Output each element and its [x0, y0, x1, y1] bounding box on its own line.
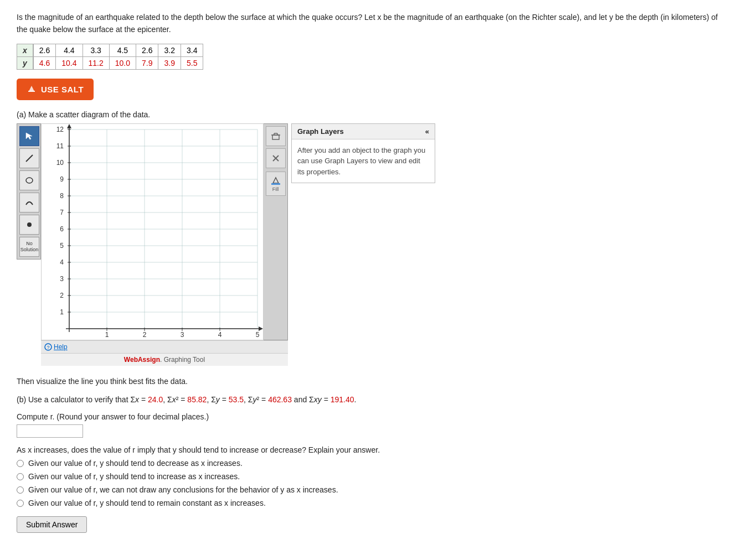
ellipse-tool[interactable] — [19, 170, 39, 190]
help-text: Help — [54, 343, 68, 351]
data-table: x 2.6 4.4 3.3 4.5 2.6 3.2 3.4 y 4.6 10.4… — [17, 44, 203, 70]
svg-text:4: 4 — [218, 331, 222, 339]
sigma-y2: 462.63 — [268, 395, 292, 404]
sigma-xy: 191.40 — [331, 395, 354, 404]
salt-icon — [27, 84, 37, 95]
x-label: x — [17, 44, 33, 56]
x-val-7: 3.4 — [181, 44, 203, 56]
radio-1[interactable] — [17, 460, 24, 467]
graph-layers-collapse[interactable]: « — [425, 127, 429, 136]
sigma-y: 53.5 — [229, 395, 244, 404]
graph-bottom-area: 1 2 3 4 5 1 2 3 4 — [41, 123, 288, 366]
x-val-6: 3.2 — [158, 44, 181, 56]
submit-button[interactable]: Submit Answer — [17, 516, 87, 533]
use-salt-label: USE SALT — [41, 85, 84, 94]
radio-label-4: Given our value of r, y should tend to r… — [28, 499, 266, 507]
part-b-label: (b) Use a calculator to verify that Σx =… — [17, 393, 725, 407]
svg-text:4: 4 — [60, 258, 64, 266]
radio-2[interactable] — [17, 473, 24, 480]
svg-text:2: 2 — [60, 292, 64, 299]
use-salt-button[interactable]: USE SALT — [17, 79, 94, 100]
svg-rect-5 — [42, 124, 263, 340]
svg-text:2: 2 — [143, 331, 147, 339]
sigma-x2: 85.82 — [187, 395, 207, 404]
graph-layers-panel: Graph Layers « After you add an object t… — [291, 123, 435, 184]
x-val-5: 2.6 — [136, 44, 158, 56]
svg-text:9: 9 — [60, 175, 64, 183]
webassign-brand: WebAssign — [124, 356, 160, 364]
compute-r-input[interactable] — [17, 424, 83, 438]
fill-button[interactable]: Fill — [266, 172, 286, 196]
svg-text:10: 10 — [56, 159, 64, 167]
graph-container: 1 2 3 4 5 1 2 3 4 — [41, 123, 288, 340]
svg-text:11: 11 — [56, 142, 64, 150]
svg-text:7: 7 — [60, 209, 64, 216]
graph-tool-wrapper: NoSolution — [17, 123, 725, 366]
graph-toolbar: NoSolution — [17, 123, 41, 260]
graph-canvas[interactable]: 1 2 3 4 5 1 2 3 4 — [41, 123, 264, 340]
y-val-3: 11.2 — [83, 56, 109, 69]
y-val-6: 3.9 — [158, 56, 181, 69]
sigma-x: 24.0 — [148, 395, 163, 404]
help-link[interactable]: ? Help — [44, 343, 68, 351]
compute-r-label: Compute r. (Round your answer to four de… — [17, 412, 725, 421]
graph-layers-header: Graph Layers « — [292, 124, 435, 139]
question-intro: Is the magnitude of an earthquake relate… — [17, 11, 725, 36]
svg-text:12: 12 — [56, 126, 64, 133]
svg-text:6: 6 — [60, 225, 64, 233]
svg-rect-62 — [272, 135, 279, 139]
radio-label-1: Given our value of r, y should tend to d… — [28, 459, 243, 468]
y-label: y — [17, 56, 33, 69]
svg-text:1: 1 — [105, 331, 109, 339]
graph-layers-body: After you add an object to the graph you… — [292, 139, 435, 183]
then-text: Then visualize the line you think best f… — [17, 377, 725, 386]
y-val-5: 7.9 — [136, 56, 158, 69]
radio-label-3: Given our value of r, we can not draw an… — [28, 485, 338, 494]
svg-rect-69 — [271, 183, 280, 185]
part-a-label: (a) Make a scatter diagram of the data. — [17, 110, 725, 119]
svg-text:?: ? — [47, 345, 49, 350]
curve-tool[interactable] — [19, 193, 39, 212]
radio-item-3[interactable]: Given our value of r, we can not draw an… — [17, 485, 725, 494]
radio-3[interactable] — [17, 486, 24, 494]
line-tool[interactable] — [19, 148, 39, 168]
svg-marker-1 — [26, 133, 32, 139]
radio-4[interactable] — [17, 500, 24, 507]
radio-item-2[interactable]: Given our value of r, y should tend to i… — [17, 472, 725, 481]
x-val-2: 4.4 — [56, 44, 83, 56]
svg-text:1: 1 — [60, 308, 64, 316]
webassign-footer: WebAssign. Graphing Tool — [41, 353, 288, 366]
y-val-1: 4.6 — [33, 56, 56, 69]
no-solution-tool[interactable]: NoSolution — [19, 237, 39, 257]
x-val-1: 2.6 — [33, 44, 56, 56]
graph-layers-title: Graph Layers — [297, 127, 344, 136]
radio-question-label: As x increases, does the value of r impl… — [17, 445, 725, 454]
cursor-tool[interactable] — [19, 126, 39, 146]
svg-text:5: 5 — [256, 331, 260, 339]
fill-label: Fill — [272, 186, 279, 192]
point-tool[interactable] — [19, 215, 39, 235]
clear-button[interactable] — [266, 126, 286, 146]
svg-point-4 — [27, 222, 32, 227]
radio-item-4[interactable]: Given our value of r, y should tend to r… — [17, 499, 725, 507]
graph-help-row: ? Help — [41, 340, 288, 353]
y-val-4: 10.0 — [109, 56, 136, 69]
x-val-4: 4.5 — [109, 44, 136, 56]
graph-svg[interactable]: 1 2 3 4 5 1 2 3 4 — [42, 124, 263, 340]
svg-point-3 — [26, 178, 33, 183]
radio-group: Given our value of r, y should tend to d… — [17, 459, 725, 507]
x-val-3: 3.3 — [83, 44, 109, 56]
svg-text:3: 3 — [181, 331, 184, 339]
svg-text:3: 3 — [60, 275, 64, 283]
webassign-suffix: . Graphing Tool — [160, 356, 205, 364]
graph-right-panel: Fill — [264, 123, 288, 340]
y-val-2: 10.4 — [56, 56, 83, 69]
svg-rect-0 — [28, 91, 35, 92]
svg-text:8: 8 — [60, 192, 64, 200]
svg-text:5: 5 — [60, 242, 64, 250]
delete-button[interactable] — [266, 148, 286, 168]
radio-label-2: Given our value of r, y should tend to i… — [28, 472, 240, 481]
svg-line-2 — [26, 155, 33, 162]
radio-item-1[interactable]: Given our value of r, y should tend to d… — [17, 459, 725, 468]
y-val-7: 5.5 — [181, 56, 203, 69]
